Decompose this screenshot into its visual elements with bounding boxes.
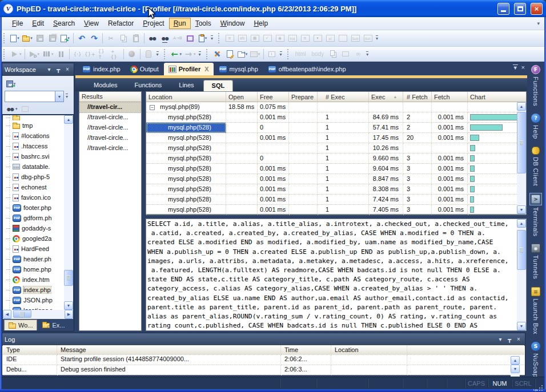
dropdown-arrow-icon[interactable]: ▾ — [246, 52, 248, 56]
dropdown-arrow-icon[interactable]: ▾ — [205, 36, 207, 41]
tree-item[interactable]: index.htm — [3, 274, 65, 285]
workspace-filter-combobox[interactable]: ▼ — [5, 91, 64, 102]
log-row[interactable]: IDEStarting profile session (41448587740… — [3, 355, 524, 365]
tree-item[interactable]: bashrc.svi — [3, 151, 65, 161]
grid-row[interactable]: mysql.php(528)0.001 ms17.424 ms30.001 ms — [146, 195, 526, 205]
scrollbar-thumb[interactable] — [517, 230, 526, 270]
tree-item[interactable]: echonest — [3, 182, 65, 192]
result-item[interactable]: //travel-circle... — [79, 143, 141, 153]
tree-item[interactable]: datatable. — [3, 161, 65, 172]
close-button[interactable]: × — [531, 3, 543, 15]
log-title-bar[interactable]: Log ▾ ┳ × — [2, 333, 525, 346]
scroll-up-icon[interactable]: ▲ — [517, 102, 526, 111]
dock-tab-launch-box[interactable]: Launch Box — [531, 287, 540, 334]
tree-item[interactable]: HardFeed — [3, 244, 65, 254]
scroll-right-icon[interactable]: ▶ — [65, 310, 73, 319]
scroll-down-icon[interactable]: ▼ — [64, 301, 73, 310]
dropdown-arrow-icon[interactable]: ▾ — [17, 36, 19, 41]
dock-tab-wo[interactable]: Wo... — [4, 320, 37, 330]
pause-button[interactable] — [55, 48, 67, 60]
grid-row[interactable]: mysql.php(528)0157.41 ms20.001 ms — [146, 123, 526, 133]
log-column-type[interactable]: Type — [3, 345, 57, 355]
close-tab-icon[interactable]: × — [521, 64, 525, 71]
copy-page-button[interactable] — [327, 48, 339, 60]
clipboard-button[interactable]: ▾ — [196, 33, 209, 45]
menu-window[interactable]: Window — [216, 18, 250, 29]
result-item[interactable]: //travel-cir... — [79, 102, 141, 112]
subtab-functions[interactable]: Functions — [127, 80, 170, 91]
scrollbar-thumb[interactable] — [517, 112, 526, 173]
workspace-close-icon[interactable]: × — [63, 66, 71, 74]
form-listbox-button[interactable] — [299, 33, 311, 45]
form-hidden-button[interactable] — [286, 33, 299, 45]
form-input-button[interactable] — [324, 33, 336, 45]
log-scrollbar[interactable]: ▲ ▼ — [511, 356, 520, 378]
tab-profiler[interactable]: ProfilerX — [164, 63, 214, 75]
locate-file-button[interactable] — [19, 103, 31, 115]
sql-statement-text[interactable]: SELECT a.id, a.title, a.alias, a.title_a… — [147, 220, 516, 330]
results-header[interactable]: Results — [79, 92, 141, 102]
tree-item[interactable]: footer.php — [3, 203, 65, 213]
tab-mysql-php[interactable]: mysql.php — [214, 63, 263, 75]
breakpoint-add-button[interactable] — [84, 48, 97, 60]
grid-row[interactable]: mysql.php(528)0.001 ms184.69 ms20.001 ms — [146, 112, 526, 123]
cut-button[interactable] — [105, 33, 117, 45]
toolbar-overflow-chevron[interactable]: ▾ — [156, 51, 159, 57]
tree-item[interactable]: tmp — [3, 120, 65, 131]
toolbar-overflow-chevron[interactable]: ▾ — [366, 51, 368, 57]
image-button[interactable]: ▾ — [249, 48, 262, 60]
tree-item[interactable]: index.php — [3, 285, 65, 295]
open-folder-button[interactable]: ▾ — [21, 33, 34, 45]
workspace-title-bar[interactable]: Workspace ▾ ┳ × — [2, 63, 74, 76]
grid-row[interactable]: mysql.php(528)0.001 ms18.847 ms30.001 ms — [146, 174, 526, 184]
tree-item[interactable]: JSON.php — [3, 295, 65, 305]
tree-item[interactable]: gdform.ph — [3, 213, 65, 223]
find-in-files-button[interactable] — [159, 33, 171, 45]
tree-item[interactable]: home.php — [3, 264, 65, 274]
toolbar-overflow-chevron[interactable]: ▾ — [280, 51, 282, 57]
workspace-pin-icon[interactable]: ┳ — [54, 66, 62, 74]
menu-view[interactable]: View — [79, 18, 103, 29]
menu-edit[interactable]: Edit — [27, 18, 49, 29]
column-header-fetch[interactable]: Fetch — [432, 92, 468, 102]
form-reset-button[interactable] — [362, 33, 374, 45]
tree-expander-icon[interactable]: − — [150, 105, 155, 110]
save-button[interactable] — [34, 33, 46, 45]
combobox-dropdown-icon[interactable]: ▼ — [55, 91, 63, 102]
select-frame-button[interactable] — [184, 33, 196, 45]
save-remote-button[interactable]: ▾ — [59, 33, 71, 45]
column-header-fetch[interactable]: # Fetch — [403, 92, 432, 102]
toolbar-overflow-chevron[interactable]: ▾ — [199, 51, 201, 57]
replace-button[interactable] — [171, 33, 184, 45]
settings-button[interactable] — [211, 48, 224, 60]
scroll-down-icon[interactable]: ▼ — [517, 205, 526, 214]
log-dropdown-icon[interactable]: ▾ — [496, 336, 504, 343]
column-header-chart[interactable]: Chart — [468, 92, 526, 102]
tab-index-php[interactable]: index.php — [78, 63, 125, 75]
minimize-button[interactable] — [497, 3, 509, 15]
form-grid-button[interactable] — [248, 33, 261, 45]
subtab-sql[interactable]: SQL — [203, 80, 234, 91]
tree-item[interactable]: locations.r — [3, 305, 65, 310]
subtab-lines[interactable]: Lines — [171, 80, 202, 91]
tree-item[interactable]: .htaccess — [3, 141, 65, 151]
title-bar[interactable]: V PhpED - travel-circle::travel-cirlce -… — [0, 0, 546, 17]
scrollbar-thumb[interactable] — [64, 270, 73, 286]
dock-tab-terminals[interactable]: Terminals — [530, 193, 541, 237]
breakpoint-toggle-button[interactable] — [71, 48, 84, 60]
find-tree-button[interactable]: ▾ — [5, 103, 19, 115]
dropdown-arrow-icon[interactable]: ▾ — [258, 52, 260, 56]
form-button-button[interactable] — [336, 33, 349, 45]
menu-refactor[interactable]: Refactor — [103, 18, 138, 29]
grid-row[interactable]: mysql.php(528)0.001 ms18.308 ms30.001 ms — [146, 184, 526, 195]
column-header-prepare[interactable]: Prepare — [289, 92, 318, 102]
tree-item[interactable]: header.ph — [3, 254, 65, 264]
tree-item[interactable]: #locations — [3, 131, 65, 141]
tab-output[interactable]: Output — [126, 63, 163, 75]
form-submit-button[interactable] — [349, 33, 362, 45]
tab-close-icon[interactable]: X — [204, 66, 208, 72]
find-button[interactable] — [146, 33, 159, 45]
scroll-up-icon[interactable]: ▲ — [511, 356, 520, 365]
resize-grip-icon[interactable] — [535, 379, 544, 388]
result-item[interactable]: //travel-circle... — [79, 133, 141, 143]
